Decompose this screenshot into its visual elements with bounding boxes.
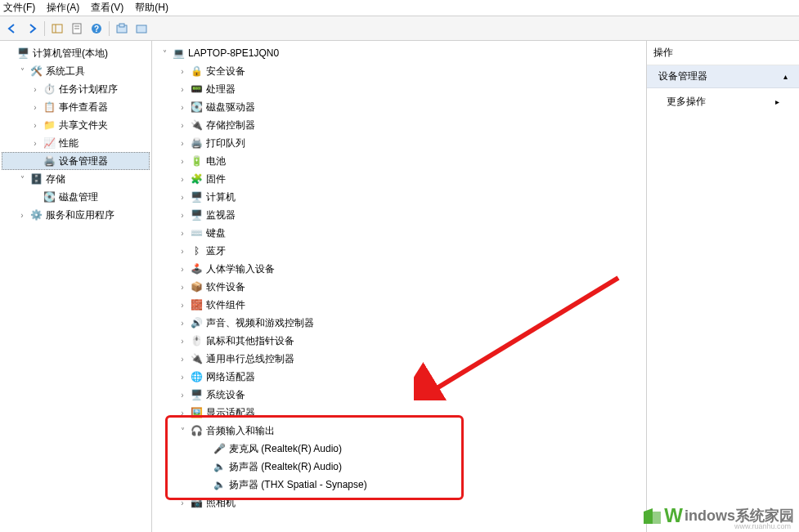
tree-root-computer-management[interactable]: ▶ 🖥️ 计算机管理(本地) [2, 44, 150, 62]
device-bluetooth[interactable]: ›ᛒ蓝牙 [154, 242, 644, 260]
expander-icon[interactable]: › [177, 409, 188, 418]
menu-help[interactable]: 帮助(H) [135, 1, 168, 15]
expander-icon[interactable]: › [177, 67, 188, 76]
device-batteries[interactable]: ›🔋电池 [154, 152, 644, 170]
disk-icon: 💽 [190, 101, 203, 114]
device-print-queues[interactable]: ›🖨️打印队列 [154, 134, 644, 152]
tree-storage[interactable]: ˅ 🗄️ 存储 [2, 170, 150, 188]
back-button[interactable] [3, 20, 21, 38]
expander-icon[interactable]: › [177, 229, 188, 238]
help-button[interactable]: ? [88, 20, 105, 38]
svg-rect-9 [137, 25, 146, 33]
expander-icon[interactable]: › [177, 85, 188, 94]
device-usb-controllers[interactable]: ›🔌通用串行总线控制器 [154, 350, 644, 368]
expander-icon[interactable]: › [177, 157, 188, 166]
menu-action[interactable]: 操作(A) [47, 1, 79, 15]
expander-icon[interactable]: ˅ [159, 49, 170, 58]
expander-icon[interactable]: › [177, 355, 188, 364]
menu-file[interactable]: 文件(F) [3, 1, 35, 15]
device-audio-io[interactable]: ˅🎧音频输入和输出 [154, 422, 644, 440]
device-sound-video-game[interactable]: ›🔊声音、视频和游戏控制器 [154, 314, 644, 332]
expander-icon[interactable]: › [29, 103, 41, 112]
expander-icon[interactable]: › [177, 211, 188, 220]
expander-icon[interactable]: › [177, 498, 188, 507]
expander-icon[interactable]: › [177, 139, 188, 148]
expander-icon[interactable]: › [177, 391, 188, 400]
device-tree-pane: ˅ 💻 LAPTOP-8PE1JQN0 ›🔒安全设备 ›📟处理器 ›💽磁盘驱动器… [152, 41, 647, 532]
tree-label: 蓝牙 [206, 244, 226, 258]
expander-icon[interactable]: › [177, 265, 188, 274]
device-cameras[interactable]: ›📷照相机 [154, 494, 644, 512]
device-computer[interactable]: ›🖥️计算机 [154, 188, 644, 206]
tree-shared-folders[interactable]: › 📁 共享文件夹 [2, 116, 150, 134]
refresh-button[interactable] [132, 20, 150, 38]
show-hide-tree-button[interactable] [48, 20, 66, 38]
expander-icon[interactable]: › [177, 337, 188, 346]
tree-system-tools[interactable]: ˅ 🛠️ 系统工具 [2, 62, 150, 80]
disk-management-icon: 💽 [43, 190, 56, 203]
svg-rect-8 [119, 24, 124, 27]
expander-icon[interactable]: › [177, 247, 188, 256]
expander-icon[interactable]: › [177, 103, 188, 112]
device-firmware[interactable]: ›🧩固件 [154, 170, 644, 188]
expander-icon[interactable]: › [177, 283, 188, 292]
device-storage-controllers[interactable]: ›🔌存储控制器 [154, 116, 644, 134]
expander-icon[interactable]: › [177, 175, 188, 184]
device-processor[interactable]: ›📟处理器 [154, 80, 644, 98]
toolbar: ? [0, 16, 799, 41]
tree-label: 磁盘管理 [59, 190, 98, 204]
expander-icon[interactable]: › [177, 373, 188, 382]
device-software-components[interactable]: ›🧱软件组件 [154, 296, 644, 314]
device-speaker-thx[interactable]: ›🔈扬声器 (THX Spatial - Synapse) [154, 476, 644, 494]
expander-icon[interactable]: › [177, 193, 188, 202]
actions-section-title[interactable]: 设备管理器 ▴ [647, 65, 799, 88]
tree-services-apps[interactable]: › ⚙️ 服务和应用程序 [2, 206, 150, 224]
expander-icon[interactable]: ˅ [16, 175, 28, 184]
tree-label: 麦克风 (Realtek(R) Audio) [229, 442, 342, 456]
device-network-adapters[interactable]: ›🌐网络适配器 [154, 368, 644, 386]
device-monitors[interactable]: ›🖥️监视器 [154, 206, 644, 224]
microphone-icon: 🎤 [213, 442, 226, 455]
tree-performance[interactable]: › 📈 性能 [2, 134, 150, 152]
speaker-icon: 🔈 [213, 460, 226, 473]
expander-icon[interactable]: › [29, 121, 41, 130]
actions-header: 操作 [647, 41, 799, 65]
expander-icon[interactable]: › [177, 301, 188, 310]
expander-icon[interactable]: › [16, 211, 28, 220]
expander-icon[interactable]: › [177, 319, 188, 328]
watermark-url: www.ruanhu.com [734, 522, 791, 530]
tree-device-manager[interactable]: › 🖨️ 设备管理器 [2, 152, 150, 170]
tree-disk-management[interactable]: › 💽 磁盘管理 [2, 188, 150, 206]
device-system-devices[interactable]: ›🖥️系统设备 [154, 386, 644, 404]
device-speaker-realtek[interactable]: ›🔈扬声器 (Realtek(R) Audio) [154, 458, 644, 476]
tools-icon: 🛠️ [29, 65, 43, 78]
more-actions-item[interactable]: 更多操作 ▸ [647, 88, 799, 115]
tree-label: 共享文件夹 [59, 118, 108, 132]
expander-icon[interactable]: › [177, 121, 188, 130]
expander-icon[interactable]: ˅ [16, 67, 28, 76]
expander-icon[interactable]: › [29, 85, 41, 94]
device-mice[interactable]: ›🖱️鼠标和其他指针设备 [154, 332, 644, 350]
device-hid[interactable]: ›🕹️人体学输入设备 [154, 260, 644, 278]
device-security[interactable]: ›🔒安全设备 [154, 62, 644, 80]
tree-event-viewer[interactable]: › 📋 事件查看器 [2, 98, 150, 116]
device-mic-realtek[interactable]: ›🎤麦克风 (Realtek(R) Audio) [154, 440, 644, 458]
toolbar-separator [44, 21, 45, 36]
expander-icon[interactable]: › [29, 139, 41, 148]
device-software-devices[interactable]: ›📦软件设备 [154, 278, 644, 296]
menu-view[interactable]: 查看(V) [91, 1, 123, 15]
tree-label: 网络适配器 [206, 370, 255, 384]
tree-task-scheduler[interactable]: › ⏱️ 任务计划程序 [2, 80, 150, 98]
device-root[interactable]: ˅ 💻 LAPTOP-8PE1JQN0 [154, 44, 644, 62]
device-disk-drives[interactable]: ›💽磁盘驱动器 [154, 98, 644, 116]
scan-button[interactable] [113, 20, 131, 38]
expander-icon[interactable]: ˅ [177, 427, 188, 436]
device-keyboards[interactable]: ›⌨️键盘 [154, 224, 644, 242]
forward-button[interactable] [23, 20, 41, 38]
tree-label: 处理器 [206, 83, 236, 96]
camera-icon: 📷 [190, 496, 203, 509]
properties-button[interactable] [68, 20, 86, 38]
system-device-icon: 🖥️ [190, 388, 203, 401]
device-display-adapters[interactable]: ›🖼️显示适配器 [154, 404, 644, 422]
processor-icon: 📟 [190, 83, 203, 96]
